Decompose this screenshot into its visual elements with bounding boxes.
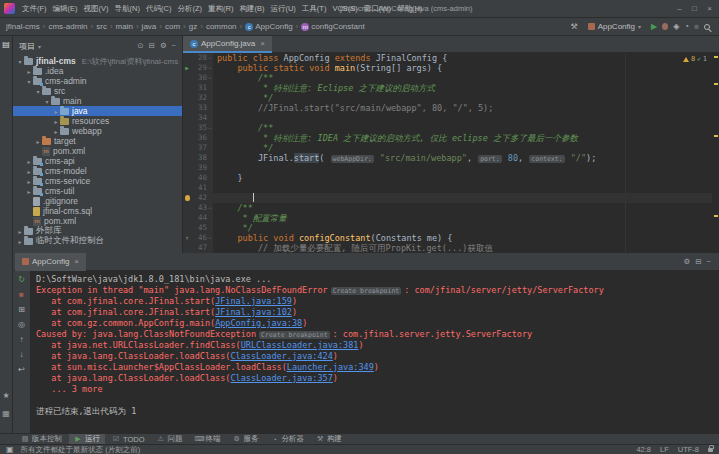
tree-item[interactable]: mpom.xml [13,146,182,156]
stop-button[interactable]: ■ [694,22,699,32]
menu-item[interactable]: 工具(T) [299,0,330,17]
stack-trace-link[interactable]: ClassLoader.java:424 [230,351,332,361]
menu-item[interactable]: 构建(B) [236,0,267,17]
pin-tab-button[interactable]: ◎ [18,320,25,330]
stack-trace-link[interactable]: JFinal.java:159 [215,296,292,306]
tool-window-button[interactable]: ⚠问题 [152,434,188,445]
tree-item[interactable]: .gitignore [13,196,182,206]
breadcrumb-item[interactable]: src [95,22,108,31]
run-gutter-icon[interactable]: ▶ [183,63,191,73]
console-output[interactable]: D:\SoftWare\java\jdk1.8.0_181\bin\java.e… [31,271,719,433]
tree-item[interactable]: ▸外部库 [13,226,182,236]
tree-toggle-icon[interactable]: ▸ [25,68,33,75]
breadcrumb-item[interactable]: jfinal-cms [5,22,41,31]
coverage-button[interactable]: ◈ [673,22,679,32]
tree-toggle-icon[interactable]: ▸ [25,178,33,185]
code-line[interactable]: 35− /** [183,123,719,133]
structure-tool-button[interactable]: ▦ [2,409,10,419]
tree-item[interactable]: ▾main [13,96,182,106]
breadcrumb-item[interactable]: java [141,22,158,31]
code-line[interactable]: 45 */ [183,223,719,233]
debug-button[interactable] [662,23,668,30]
project-panel-title[interactable]: 项目 [19,41,35,52]
rerun-button[interactable]: ↻ [18,275,25,285]
warning-stripe-mark[interactable] [714,135,718,137]
stack-trace-link[interactable]: URLClassLoader.java:381 [241,340,359,350]
locate-file-icon[interactable]: ⊙ [137,41,143,51]
run-tab[interactable]: AppConfig × [15,253,86,271]
tree-toggle-icon[interactable]: ▸ [25,168,33,175]
tree-toggle-icon[interactable]: ▸ [52,108,60,115]
breadcrumb-item[interactable]: cms-admin [47,22,88,31]
code-line[interactable]: ▶29− public static void main(String[] ar… [183,63,719,73]
tree-toggle-icon[interactable]: ▸ [16,228,24,235]
caret-position[interactable]: 42:8 [636,445,651,454]
warning-stripe-mark[interactable] [714,215,718,217]
breadcrumb-item[interactable]: com [164,22,181,31]
breadcrumb-item[interactable]: common [205,22,238,31]
tool-window-button[interactable]: ⚒构建 [311,434,347,445]
tree-toggle-icon[interactable]: ▾ [16,58,24,65]
tree-item[interactable]: mpom.xml [13,216,182,226]
tree-item[interactable]: jfinal-cms.sql [13,206,182,216]
down-stack-button[interactable]: ↓ [20,350,24,360]
code-line[interactable]: 32 */ [183,93,719,103]
stop-button[interactable]: ■ [19,290,24,300]
close-tab-icon[interactable]: × [260,39,265,48]
code-line[interactable]: 37 */ [183,143,719,153]
minimize-button[interactable]: – [672,0,687,17]
error-stripe[interactable] [712,53,719,253]
up-stack-button[interactable]: ↑ [20,335,24,345]
collapse-all-icon[interactable]: ⊟ [149,41,155,51]
tool-window-button[interactable]: ☑TODO [107,434,150,445]
profiler-button[interactable]: ◔ [684,22,689,32]
hide-panel-icon[interactable]: − [707,257,711,267]
maximize-button[interactable]: □ [687,0,702,17]
tree-item[interactable]: ▸java [13,106,182,116]
breadcrumb-item[interactable]: main [115,22,134,31]
warning-stripe-mark[interactable] [714,83,718,85]
stack-trace-link[interactable]: Launcher.java:349 [287,362,374,372]
menu-item[interactable]: 运行(U) [267,0,298,17]
tree-item[interactable]: ▸cms-util [13,186,182,196]
tool-window-button[interactable]: ▶运行 [69,434,105,445]
code-line[interactable]: 33 //JFinal.start("src/main/webapp", 80,… [183,103,719,113]
line-separator[interactable]: LF [660,445,669,454]
code-line[interactable]: 30− /** [183,73,719,83]
tree-item[interactable]: ▸.idea [13,66,182,76]
code-line[interactable]: 47 // 加载少量必要配置, 随后可用PropKit.get(...)获取值 [183,243,719,253]
tree-item[interactable]: ▸cms-api [13,156,182,166]
breadcrumb-item[interactable]: mconfigConstant [300,22,365,31]
breadcrumb-item[interactable]: gz [188,22,198,31]
code-line[interactable]: 38 JFinal.start( webAppDir: "src/main/we… [183,153,719,163]
tree-item[interactable]: ▾cms-admin [13,76,182,86]
code-line[interactable]: 28−public class AppConfig extends JFinal… [183,53,719,63]
stack-trace-link[interactable]: AppConfig.java:38 [215,318,302,328]
code-line[interactable]: 36 * 特别注意: IDEA 之下建议的启动方式, 仅比 eclipse 之下… [183,133,719,143]
search-everywhere-button[interactable] [704,24,710,30]
editor-tab[interactable]: c AppConfig.java × [183,36,272,53]
warning-stripe-mark[interactable] [714,56,718,58]
breadcrumb-item[interactable]: cAppConfig [244,22,293,31]
tree-item[interactable]: ▸webapp [13,126,182,136]
tree-toggle-icon[interactable]: ▾ [25,78,33,85]
code-line[interactable]: 40 } [183,173,719,183]
close-button[interactable]: × [702,0,717,17]
tree-toggle-icon[interactable]: ▸ [25,188,33,195]
tool-window-button[interactable]: ⌨终端 [190,434,226,445]
soft-wrap-button[interactable]: ↩ [18,365,25,375]
hide-panel-icon[interactable]: − [172,41,176,51]
menu-item[interactable]: 代码(C) [143,0,174,17]
tree-toggle-icon[interactable]: ▸ [52,128,60,135]
code-line[interactable]: 34 [183,113,719,123]
menu-item[interactable]: 文件(F) [19,0,50,17]
file-encoding[interactable]: UTF-8 [678,445,699,454]
code-line[interactable]: 42 [183,193,719,203]
tree-toggle-icon[interactable]: ▸ [52,118,60,125]
tree-item[interactable]: ▸cms-service [13,176,182,186]
code-line[interactable]: 39 [183,163,719,173]
settings-icon[interactable]: ⚙ [684,257,691,267]
project-tool-button[interactable]: ▤ [2,40,10,50]
tool-window-switcher-icon[interactable]: ▣ [6,445,14,454]
code-line[interactable]: 31 * 特别注意: Eclipse 之下建议的启动方式 [183,83,719,93]
